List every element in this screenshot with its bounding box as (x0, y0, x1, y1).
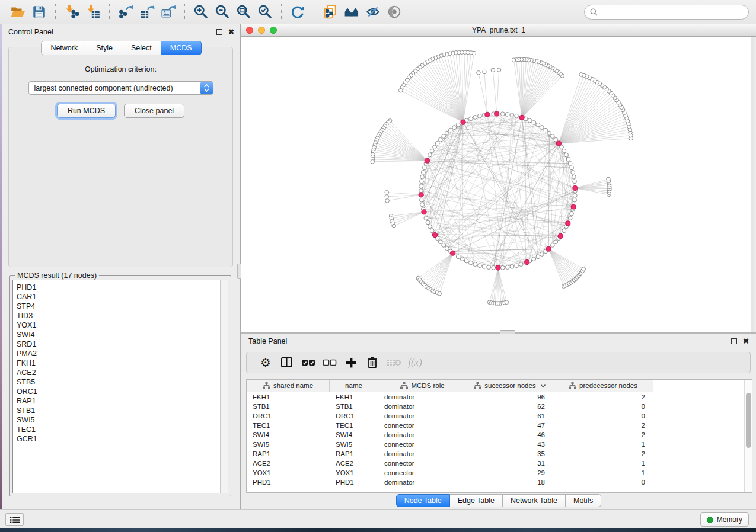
deselect-all-icon[interactable] (319, 354, 340, 371)
zoom-in-icon[interactable] (192, 3, 210, 21)
mcds-result-item[interactable]: PMA2 (13, 349, 228, 358)
hierarchy-icon (474, 382, 481, 389)
table-row[interactable]: TEC1TEC1connector472 (247, 421, 752, 430)
cell-shared-name: SWI5 (247, 441, 330, 448)
mcds-result-item[interactable]: RAP1 (13, 396, 228, 406)
mcds-result-item[interactable]: ACE2 (13, 368, 228, 377)
table-toolbar: ⚙f(x) (246, 352, 751, 373)
tab-network-table[interactable]: Network Table (503, 494, 566, 507)
tab-select[interactable]: Select (122, 41, 161, 55)
save-session-icon[interactable] (30, 3, 48, 21)
main-toolbar (0, 0, 756, 24)
table-row[interactable]: SWI5SWI5connector431 (247, 440, 752, 449)
mcds-list-scrollbar[interactable] (220, 280, 228, 493)
table-row[interactable]: FKH1FKH1dominator962 (247, 392, 752, 402)
mcds-result-item[interactable]: STB5 (13, 377, 228, 387)
tab-network[interactable]: Network (41, 41, 87, 55)
zoom-fit-icon[interactable] (235, 3, 253, 21)
hide-eye-icon[interactable] (364, 3, 382, 21)
mcds-result-item[interactable]: GCR1 (13, 434, 228, 444)
add-column-icon[interactable] (340, 354, 362, 371)
show-column-icon[interactable] (276, 354, 298, 371)
zoom-out-icon[interactable] (213, 3, 231, 21)
cell-predecessor-nodes: 1 (553, 469, 653, 476)
control-panel-titlebar: Control Panel ✖ (2, 24, 240, 40)
tab-mcds[interactable]: MCDS (161, 41, 202, 55)
table-row[interactable]: ORC1ORC1dominator610 (247, 411, 752, 421)
float-panel-icon[interactable] (731, 338, 737, 344)
binoculars-icon[interactable] (343, 3, 361, 21)
close-panel-icon[interactable]: ✖ (743, 338, 749, 344)
window-close-icon[interactable] (246, 27, 253, 34)
column-header-predecessor-nodes[interactable]: predecessor nodes (553, 380, 653, 392)
memory-button[interactable]: Memory (700, 512, 749, 527)
tab-motifs[interactable]: Motifs (566, 494, 601, 507)
clone-network-icon[interactable] (321, 3, 339, 21)
close-panel-button[interactable]: Close panel (124, 104, 184, 118)
export-image-icon[interactable] (160, 3, 177, 21)
mcds-result-item[interactable]: SRD1 (13, 339, 228, 349)
mcds-result-item[interactable]: TID3 (13, 311, 228, 321)
window-minimize-icon[interactable] (258, 27, 265, 34)
cell-name: SWI4 (330, 431, 378, 438)
window-zoom-icon[interactable] (270, 27, 277, 34)
mcds-result-list[interactable]: PHD1CAR1STP4TID3YOX1SWI4SRD1PMA2FKH1ACE2… (12, 280, 228, 493)
cell-successor-nodes: 35 (467, 450, 553, 457)
table-scrollbar[interactable] (744, 380, 752, 492)
scrollbar-thumb[interactable] (746, 393, 751, 448)
toolbar-separator (281, 4, 282, 20)
mcds-result-item[interactable]: SWI4 (13, 330, 228, 339)
open-folder-icon[interactable] (9, 3, 27, 21)
table-row[interactable]: ACE2ACE2connector311 (247, 459, 752, 468)
mcds-result-item[interactable]: ORC1 (13, 387, 228, 396)
criterion-select-value: largest connected component (undirected) (29, 84, 200, 92)
network-graph[interactable] (241, 37, 754, 332)
node-table: shared namenameMCDS rolesuccessor nodesp… (246, 379, 752, 493)
search-box[interactable] (584, 5, 749, 20)
network-window-titlebar[interactable]: YPA_prune.txt_1 (241, 24, 756, 37)
node-table-body: FKH1FKH1dominator962STB1STB1dominator620… (247, 392, 752, 487)
run-mcds-button[interactable]: Run MCDS (57, 104, 116, 118)
select-all-icon[interactable] (298, 354, 319, 371)
mcds-result-item[interactable]: TEC1 (13, 425, 228, 434)
column-header-MCDS-role[interactable]: MCDS role (378, 380, 467, 392)
settings-gear-icon[interactable]: ⚙ (255, 354, 276, 371)
column-header-shared-name[interactable]: shared name (247, 380, 330, 392)
mcds-result-item[interactable]: SWI5 (13, 415, 228, 425)
cell-MCDS-role: connector (378, 422, 467, 429)
tab-edge-table[interactable]: Edge Table (450, 494, 503, 507)
import-network-icon[interactable] (63, 3, 81, 21)
table-row[interactable]: YOX1YOX1connector291 (247, 468, 752, 477)
search-input[interactable] (601, 8, 743, 16)
table-row[interactable]: STB1STB1dominator620 (247, 402, 752, 411)
close-panel-icon[interactable]: ✖ (228, 29, 234, 35)
task-history-button[interactable] (5, 513, 24, 526)
table-row[interactable]: RAP1RAP1dominator352 (247, 449, 752, 459)
node-table-header: shared namenameMCDS rolesuccessor nodesp… (247, 380, 752, 392)
delete-column-icon[interactable] (362, 354, 383, 371)
column-header-successor-nodes[interactable]: successor nodes (467, 380, 553, 392)
table-row[interactable]: PHD1PHD1dominator180 (247, 477, 752, 487)
mcds-result-item[interactable]: STP4 (13, 302, 228, 311)
cell-MCDS-role: dominator (378, 412, 467, 419)
optimization-criterion-label: Optimization criterion: (9, 65, 232, 73)
zoom-selected-icon[interactable] (256, 3, 274, 21)
import-table-icon[interactable] (84, 3, 102, 21)
toolbar-separator (109, 4, 110, 20)
eye-icon[interactable] (385, 3, 403, 21)
mcds-result-item[interactable]: CAR1 (13, 292, 228, 302)
criterion-select[interactable]: largest connected component (undirected) (28, 81, 213, 95)
refresh-icon[interactable] (289, 3, 307, 21)
table-row[interactable]: SWI4SWI4dominator462 (247, 430, 752, 440)
column-header-name[interactable]: name (330, 380, 378, 392)
tab-node-table[interactable]: Node Table (396, 494, 450, 507)
export-network-icon[interactable] (117, 3, 135, 21)
mcds-result-item[interactable]: STB1 (13, 406, 228, 415)
mcds-result-item[interactable]: FKH1 (13, 358, 228, 368)
network-canvas[interactable] (241, 37, 754, 332)
mcds-result-item[interactable]: YOX1 (13, 321, 228, 330)
mcds-result-item[interactable]: PHD1 (13, 283, 228, 292)
export-table-icon[interactable] (138, 3, 156, 21)
float-panel-icon[interactable] (216, 29, 222, 35)
tab-style[interactable]: Style (87, 41, 122, 55)
